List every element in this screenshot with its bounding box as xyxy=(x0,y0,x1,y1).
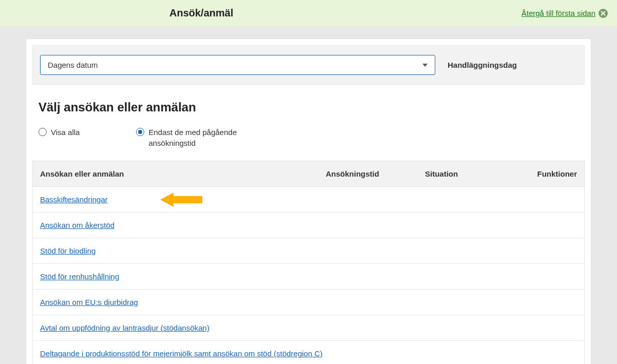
table-cell-application: Ansökan om åkerstöd xyxy=(33,213,585,238)
table-row: Ansökan om EU:s djurbidrag xyxy=(33,290,585,315)
chevron-down-icon xyxy=(422,64,428,67)
table-cell-application: Deltagande i produktionsstöd för mejerim… xyxy=(33,341,585,365)
applications-table-wrap: Ansökan eller anmälan Ansökningstid Situ… xyxy=(32,161,585,364)
application-link[interactable]: Stöd för biodling xyxy=(40,246,95,255)
application-link[interactable]: Ansökan om EU:s djurbidrag xyxy=(40,298,138,306)
th-situation: Situation xyxy=(419,161,507,187)
filter-radio-group: Visa alla Endast de med pågående ansökni… xyxy=(38,127,579,148)
radio-dot-icon xyxy=(138,130,142,134)
application-link[interactable]: Ansökan om åkerstöd xyxy=(40,221,114,229)
table-row: Deltagande i produktionsstöd för mejerim… xyxy=(33,341,585,365)
table-cell-application: Avtal om uppfödning av lantrasdjur (stöd… xyxy=(33,315,585,341)
radio-only-ongoing-label: Endast de med pågående ansökningstid xyxy=(148,127,241,148)
radio-show-all[interactable]: Visa alla xyxy=(38,127,80,148)
return-link-wrap[interactable]: Återgå till första sidan xyxy=(522,9,608,18)
table-row: Basskiftesändringar xyxy=(33,187,585,213)
radio-icon-checked xyxy=(136,128,144,136)
radio-only-ongoing[interactable]: Endast de med pågående ansökningstid xyxy=(136,127,241,148)
return-link[interactable]: Återgå till första sidan xyxy=(522,9,595,17)
radio-icon xyxy=(38,128,47,136)
table-row: Stöd för biodling xyxy=(33,238,585,264)
arrow-left-icon xyxy=(160,193,202,207)
applications-table: Ansökan eller anmälan Ansökningstid Situ… xyxy=(32,161,585,364)
date-panel: Dagens datum Handläggningsdag xyxy=(32,45,585,85)
table-row: Stöd för renhushållning xyxy=(33,264,585,290)
table-cell-application: Ansökan om EU:s djurbidrag xyxy=(33,290,585,315)
table-cell-application: Stöd för renhushållning xyxy=(33,264,585,290)
content-card: Dagens datum Handläggningsdag Välj ansök… xyxy=(26,39,591,364)
application-link[interactable]: Avtal om uppfödning av lantrasdjur (stöd… xyxy=(40,323,209,332)
close-icon[interactable] xyxy=(599,9,608,18)
table-cell-application: Basskiftesändringar xyxy=(33,187,585,213)
radio-show-all-label: Visa alla xyxy=(51,127,80,138)
application-link[interactable]: Deltagande i produktionsstöd för mejerim… xyxy=(40,349,322,358)
table-row: Avtal om uppfödning av lantrasdjur (stöd… xyxy=(33,315,585,341)
section-title: Välj ansökan eller anmälan xyxy=(38,100,579,114)
th-period: Ansökningstid xyxy=(320,161,419,187)
table-header-row: Ansökan eller anmälan Ansökningstid Situ… xyxy=(33,161,585,187)
date-select[interactable]: Dagens datum xyxy=(40,55,435,75)
application-link[interactable]: Basskiftesändringar xyxy=(40,195,108,204)
table-row: Ansökan om åkerstöd xyxy=(33,213,585,238)
th-application: Ansökan eller anmälan xyxy=(33,161,320,187)
table-cell-application: Stöd för biodling xyxy=(33,238,585,264)
date-select-value: Dagens datum xyxy=(48,61,98,69)
page-title: Ansök/anmäl xyxy=(169,7,233,19)
svg-marker-2 xyxy=(160,193,202,207)
handling-day-label: Handläggningsdag xyxy=(448,61,517,69)
header-bar: Ansök/anmäl Återgå till första sidan xyxy=(0,0,617,26)
th-functions: Funktioner xyxy=(507,161,585,187)
application-link[interactable]: Stöd för renhushållning xyxy=(40,272,119,281)
